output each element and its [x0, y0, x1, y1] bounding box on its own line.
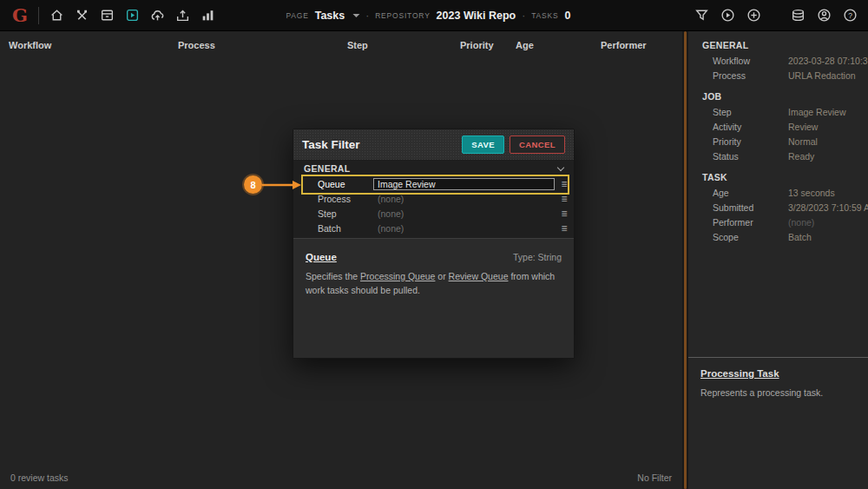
batch-process-icon[interactable]	[123, 6, 141, 24]
main-nav	[48, 6, 217, 24]
panel-row: Workflow 2023-03-28 07:10:36 A	[688, 53, 868, 68]
row-label: Performer	[713, 217, 788, 228]
page-label: PAGE	[286, 11, 308, 20]
topbar-divider	[38, 7, 39, 24]
panel-row: Submitted 3/28/2023 7:10:59 AM	[688, 200, 868, 215]
panel-row: Performer (none)	[688, 215, 868, 229]
help-text: or	[435, 271, 448, 281]
row-label: Activity	[713, 122, 788, 132]
panel-section-general: GENERAL	[688, 37, 868, 53]
column-header-performer[interactable]: Performer	[601, 40, 647, 50]
topbar-actions: ?	[693, 6, 859, 24]
review-tasks-count: 0 review tasks	[10, 472, 69, 483]
help-text: Specifies the	[306, 271, 360, 281]
app-root: G PAGE	[0, 0, 868, 489]
panel-help-title: Processing Task	[700, 368, 856, 379]
user-icon[interactable]	[815, 6, 833, 24]
help-icon[interactable]: ?	[841, 6, 859, 24]
repository-label: REPOSITORY	[375, 11, 430, 20]
step-value[interactable]: (none)	[373, 208, 555, 219]
filter-status[interactable]: No Filter	[637, 472, 672, 483]
queue-value-input[interactable]: Image Review	[373, 178, 555, 190]
page-selector[interactable]: Tasks	[315, 10, 345, 22]
help-type: Type: String	[513, 252, 562, 262]
separator-dot: ·	[365, 10, 369, 22]
panel-row: Scope Batch	[688, 229, 868, 244]
row-value: Normal	[788, 136, 868, 147]
section-label: GENERAL	[304, 163, 350, 174]
panel-help-box: Processing Task Represents a processing …	[688, 357, 868, 489]
filter-icon[interactable]	[693, 6, 711, 24]
panel-help-description: Represents a processing task.	[700, 387, 856, 398]
section-general[interactable]: GENERAL	[293, 161, 574, 176]
row-value: Image Review	[788, 107, 868, 117]
export-icon[interactable]	[174, 6, 192, 24]
task-filter-dialog: Task Filter SAVE CANCEL GENERAL Queue Im…	[293, 129, 575, 359]
row-value: Review	[788, 122, 868, 132]
topbar: G PAGE	[0, 0, 868, 31]
scrollbar-thumb[interactable]	[684, 31, 687, 489]
row-label: Process	[318, 194, 373, 204]
column-header-workflow[interactable]: Workflow	[9, 40, 51, 50]
row-menu-icon[interactable]: ≡	[555, 178, 574, 190]
archive-icon[interactable]	[98, 6, 116, 24]
panel-section-task: TASK	[688, 169, 868, 185]
dialog-titlebar: Task Filter SAVE CANCEL	[293, 129, 574, 161]
process-value[interactable]: (none)	[373, 194, 555, 204]
collapse-chevron-icon	[557, 163, 564, 170]
panel-row: Step Image Review	[688, 104, 868, 119]
processing-queue-link[interactable]: Processing Queue	[360, 271, 435, 281]
vertical-scrollbar[interactable]	[682, 31, 688, 489]
tasks-label: TASKS	[531, 11, 558, 20]
row-label: Age	[713, 188, 788, 198]
help-header: Queue Type: String	[306, 252, 562, 262]
separator-dot: ·	[522, 10, 525, 22]
tasks-count: 0	[564, 10, 570, 22]
filter-properties: GENERAL Queue Image Review ≡ Process (no…	[293, 161, 574, 238]
properties-panel: GENERAL Workflow 2023-03-28 07:10:36 A P…	[688, 31, 868, 489]
context-breadcrumb: PAGE Tasks · REPOSITORY 2023 Wiki Repo ·…	[286, 0, 570, 31]
svg-text:?: ?	[848, 11, 852, 20]
stats-icon[interactable]	[199, 6, 217, 24]
row-label: Priority	[713, 136, 788, 147]
column-header-step[interactable]: Step	[347, 40, 368, 50]
row-menu-icon[interactable]: ≡	[555, 208, 574, 220]
save-button[interactable]: SAVE	[462, 135, 504, 154]
panel-row: Age 13 seconds	[688, 185, 868, 200]
batch-value[interactable]: (none)	[373, 223, 555, 234]
column-header-priority[interactable]: Priority	[460, 40, 494, 50]
row-value: 13 seconds	[788, 188, 868, 198]
help-title: Queue	[306, 252, 337, 262]
row-value: (none)	[788, 217, 868, 228]
column-header-age[interactable]: Age	[516, 40, 534, 50]
panel-row: Priority Normal	[688, 134, 868, 149]
home-icon[interactable]	[48, 6, 66, 24]
add-icon[interactable]	[745, 6, 763, 24]
row-menu-icon[interactable]: ≡	[555, 193, 574, 205]
cloud-upload-icon[interactable]	[148, 6, 167, 24]
status-bar: 0 review tasks No Filter	[0, 466, 682, 489]
row-label: Workflow	[713, 56, 788, 66]
grooper-logo: G	[12, 4, 28, 26]
services-icon[interactable]	[789, 6, 807, 24]
filter-row-queue: Queue Image Review ≡	[293, 176, 574, 191]
row-label: Scope	[713, 232, 788, 242]
row-label: Step	[318, 208, 373, 219]
row-value: 3/28/2023 7:10:59 AM	[788, 202, 868, 213]
row-menu-icon[interactable]: ≡	[555, 222, 574, 235]
filter-row-process: Process (none) ≡	[293, 191, 574, 206]
filter-row-batch: Batch (none) ≡	[293, 221, 574, 235]
panel-section-job: JOB	[688, 89, 868, 104]
property-help-box: Queue Type: String Specifies the Process…	[293, 238, 574, 358]
tools-icon[interactable]	[73, 6, 91, 24]
row-label: Batch	[318, 223, 373, 234]
help-description: Specifies the Processing Queue or Review…	[306, 270, 562, 298]
panel-row: Activity Review	[688, 119, 868, 134]
panel-row: Status Ready	[688, 149, 868, 163]
review-queue-link[interactable]: Review Queue	[449, 271, 509, 281]
chevron-down-icon	[352, 14, 359, 17]
row-value: 2023-03-28 07:10:36 A	[788, 56, 868, 66]
column-header-process[interactable]: Process	[178, 40, 215, 50]
run-task-icon[interactable]	[719, 6, 737, 24]
cancel-button[interactable]: CANCEL	[510, 135, 565, 154]
